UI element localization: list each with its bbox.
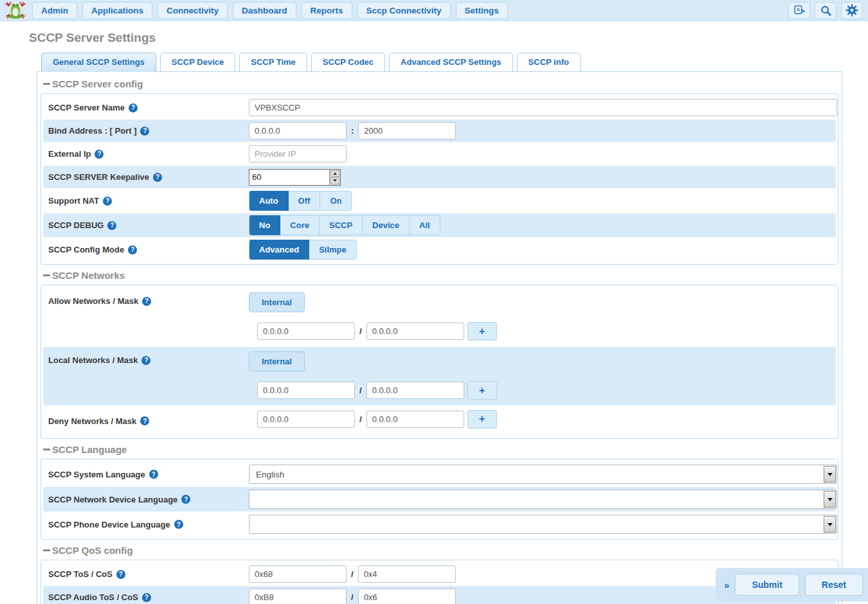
tab-sccp-info[interactable]: SCCP info	[517, 53, 581, 71]
deny-network-input[interactable]	[257, 411, 355, 428]
tab-content-panel: SCCP Server config SCCP Server Name ? Bi…	[37, 71, 842, 604]
label-text: External Ip	[48, 149, 91, 159]
row-network-device-language: SCCP Network Device Language ?	[43, 487, 836, 511]
bind-port-input[interactable]	[358, 122, 456, 139]
spin-up-icon[interactable]	[330, 170, 339, 177]
row-phone-device-language: SCCP Phone Device Language ?	[43, 512, 836, 537]
row-label: SCCP System Language ?	[46, 470, 249, 479]
nav-item-sccp-connectivity[interactable]: Sccp Connectivity	[357, 2, 451, 19]
gear-icon[interactable]	[841, 2, 863, 19]
translate-icon[interactable]: A	[788, 2, 810, 19]
help-icon[interactable]: ?	[140, 416, 149, 425]
help-icon[interactable]: ?	[174, 520, 183, 529]
row-label: External Ip ?	[46, 149, 249, 159]
help-icon[interactable]: ?	[141, 356, 150, 365]
external-ip-input[interactable]	[249, 145, 347, 163]
tab-sccp-device[interactable]: SCCP Device	[160, 53, 235, 71]
top-navbar: Admin Applications Connectivity Dashboar…	[0, 0, 868, 21]
slash-separator: /	[359, 386, 362, 395]
row-deny-networks: Deny Networks / Mask ? / +	[43, 406, 836, 436]
network-device-language-select[interactable]	[249, 490, 837, 509]
help-icon[interactable]: ?	[149, 470, 158, 479]
nat-off-button[interactable]: Off	[289, 191, 321, 211]
reset-button[interactable]: Reset	[805, 574, 863, 596]
help-icon[interactable]: ?	[153, 173, 162, 182]
label-text: SCCP System Language	[48, 470, 145, 479]
bind-address-input[interactable]	[249, 122, 347, 139]
phone-device-language-select[interactable]	[249, 515, 837, 534]
help-icon[interactable]: ?	[142, 297, 151, 306]
debug-all-button[interactable]: All	[410, 215, 440, 235]
spin-down-icon[interactable]	[330, 177, 339, 184]
nav-item-dashboard[interactable]: Dashboard	[233, 2, 296, 19]
slash-separator: /	[351, 592, 354, 602]
allow-mask-input[interactable]	[366, 323, 464, 340]
help-icon[interactable]: ?	[142, 593, 151, 602]
debug-device-button[interactable]: Device	[363, 215, 410, 235]
label-text: SCCP DEBUG	[48, 220, 104, 230]
collapse-dash-icon	[43, 549, 50, 551]
server-name-input[interactable]	[249, 99, 837, 116]
nav-item-admin[interactable]: Admin	[32, 2, 77, 19]
row-system-language: SCCP System Language ? English	[43, 462, 836, 486]
debug-no-button[interactable]: No	[249, 215, 280, 235]
tos-input[interactable]	[249, 565, 347, 583]
nav-item-reports[interactable]: Reports	[302, 2, 352, 19]
local-mask-input[interactable]	[366, 382, 464, 399]
chevrons-icon[interactable]: »	[724, 580, 729, 591]
tab-sccp-time[interactable]: SCCP Time	[239, 53, 307, 71]
slash-separator: /	[359, 414, 362, 424]
keepalive-input[interactable]	[249, 170, 329, 185]
debug-sccp-button[interactable]: SCCP	[320, 215, 363, 235]
system-language-select[interactable]: English	[249, 465, 837, 484]
row-keepalive: SCCP SERVER Keepalive ?	[43, 166, 836, 188]
svg-text:A: A	[796, 7, 800, 13]
nav-item-applications[interactable]: Applications	[82, 2, 152, 19]
config-mode-simple-button[interactable]: Silmpe	[309, 240, 357, 260]
label-text: Local Networks / Mask	[48, 355, 138, 365]
row-label: SCCP ToS / CoS ?	[46, 569, 249, 579]
nav-item-settings[interactable]: Settings	[456, 2, 508, 19]
collapse-dash-icon	[43, 449, 50, 450]
local-network-input[interactable]	[257, 382, 355, 399]
audio-tos-input[interactable]	[249, 589, 347, 604]
deny-add-button[interactable]: +	[467, 410, 497, 429]
cos-input[interactable]	[358, 565, 456, 583]
help-icon[interactable]: ?	[140, 127, 149, 136]
spinner-buttons	[329, 170, 340, 185]
help-icon[interactable]: ?	[128, 245, 137, 254]
nat-on-button[interactable]: On	[320, 191, 352, 211]
tab-sccp-codec[interactable]: SCCP Codec	[311, 53, 385, 71]
audio-cos-input[interactable]	[358, 589, 456, 604]
row-label: SCCP DEBUG ?	[46, 220, 249, 230]
nav-item-connectivity[interactable]: Connectivity	[158, 2, 228, 19]
local-add-button[interactable]: +	[467, 381, 497, 400]
section-header-language[interactable]: SCCP Language	[43, 444, 838, 455]
section-title: SCCP QoS config	[52, 545, 133, 556]
section-title: SCCP Language	[52, 444, 127, 455]
help-icon[interactable]: ?	[129, 103, 138, 112]
config-mode-advanced-button[interactable]: Advanced	[249, 240, 309, 260]
section-header-server-config[interactable]: SCCP Server config	[43, 78, 838, 89]
allow-internal-button[interactable]: Internal	[249, 292, 305, 312]
tab-general-sccp-settings[interactable]: General SCCP Settings	[41, 53, 156, 72]
submit-button[interactable]: Submit	[735, 574, 799, 596]
help-icon[interactable]: ?	[103, 197, 112, 206]
help-icon[interactable]: ?	[95, 150, 104, 159]
allow-add-button[interactable]: +	[467, 322, 497, 341]
label-text: Support NAT	[48, 196, 99, 206]
help-icon[interactable]: ?	[107, 221, 116, 230]
debug-core-button[interactable]: Core	[280, 215, 320, 235]
help-icon[interactable]: ?	[181, 495, 190, 504]
nat-auto-button[interactable]: Auto	[249, 191, 289, 211]
section-header-networks[interactable]: SCCP Networks	[43, 270, 838, 281]
tab-advanced-sccp-settings[interactable]: Advanced SCCP Settings	[389, 53, 513, 71]
row-support-nat: Support NAT ? Auto Off On	[43, 189, 836, 213]
section-header-qos[interactable]: SCCP QoS config	[43, 545, 838, 556]
help-icon[interactable]: ?	[116, 570, 125, 579]
search-icon[interactable]	[815, 2, 836, 19]
allow-network-input[interactable]	[257, 323, 355, 340]
local-internal-button[interactable]: Internal	[249, 351, 305, 371]
deny-mask-input[interactable]	[366, 411, 464, 428]
section-box-server-config: SCCP Server Name ? Bind Address : [ Port…	[41, 93, 838, 265]
